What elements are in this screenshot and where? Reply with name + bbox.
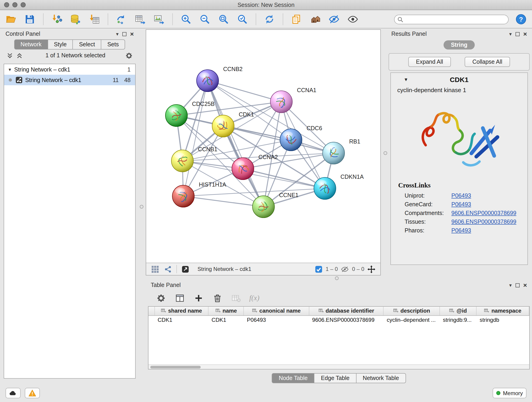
network-overview-icon[interactable] [164,265,172,274]
splitter-handle[interactable] [335,276,339,280]
zoom-out-button[interactable] [198,13,211,26]
table-cell[interactable]: cyclin–dependent ... [384,315,440,324]
expand-all-icon[interactable] [6,52,13,59]
expand-all-button[interactable]: Expand All [408,57,451,67]
copy-documents-button[interactable] [290,13,303,26]
clone-network-button[interactable] [115,13,128,26]
tree-row-network[interactable]: String Network – cdk1 11 48 [4,75,135,85]
table-options-button[interactable] [155,293,166,303]
close-panel-icon[interactable]: × [130,32,134,36]
memory-button[interactable]: Memory [492,388,526,398]
network-node-CDC6[interactable] [280,129,302,151]
splitter-handle[interactable] [384,151,387,155]
hide-unhide-button[interactable] [328,13,341,26]
zoom-window-button[interactable] [21,2,26,7]
export-table-button[interactable] [134,13,147,26]
zoom-in-button[interactable] [180,13,192,26]
tab-sets[interactable]: Sets [101,39,125,50]
string-tab-badge[interactable]: String [443,40,475,50]
collapse-triangle-icon[interactable]: ▼ [404,77,408,82]
open-session-button[interactable] [5,13,17,26]
column-header[interactable]: namespace [476,307,529,315]
collapse-all-button[interactable]: Collapse All [465,57,510,67]
close-panel-icon[interactable]: × [523,32,527,36]
zoom-selected-button[interactable] [236,13,249,26]
disclosure-triangle-icon[interactable]: ▼ [8,67,14,72]
warnings-button[interactable] [25,388,40,398]
table-cell[interactable]: stringdb [476,315,529,324]
tab-edge-table[interactable]: Edge Table [315,373,356,383]
network-node-CDK1[interactable] [212,115,234,137]
close-window-button[interactable] [4,2,9,7]
pan-mode-icon[interactable] [367,265,376,274]
tab-network-table[interactable]: Network Table [356,373,406,383]
hidden-items-eye-icon[interactable] [341,265,349,274]
crosslink-link[interactable]: P06493 [451,227,471,234]
network-node-CCNE1[interactable] [253,196,274,218]
create-column-button[interactable] [193,293,204,303]
network-options-gear-icon[interactable] [125,51,133,59]
save-session-button[interactable] [23,13,36,26]
help-button[interactable]: ? [515,13,527,26]
splitter-handle[interactable] [140,205,143,209]
import-network-database-button[interactable] [69,13,82,26]
show-button[interactable] [346,13,359,26]
float-panel-icon[interactable] [122,32,127,36]
network-node-CCNA1[interactable] [270,91,292,113]
tab-node-table[interactable]: Node Table [272,373,315,383]
selected-nodes-checkbox-icon[interactable] [314,265,323,274]
table-cell[interactable]: 9606.ENSP00000378699 [309,315,384,324]
toolbar-separator [43,13,44,25]
column-header[interactable]: database identifier [309,307,384,315]
protein-header-row[interactable]: ▼ CDK1 [391,73,527,86]
collapse-all-icon[interactable] [16,52,23,59]
import-table-button[interactable] [88,13,101,26]
tree-row-collection[interactable]: ▼ String Network – cdk1 1 [4,64,135,75]
crosslink-link[interactable]: P06493 [451,201,471,207]
minimize-window-button[interactable] [12,2,17,7]
horizontal-scrollbar[interactable] [148,364,529,369]
table-cell[interactable]: CDK1 [208,315,244,324]
network-node-CCNB2[interactable] [196,70,219,92]
cloud-status-button[interactable] [6,388,21,398]
network-node-CCNB1[interactable] [171,150,193,172]
float-panel-icon[interactable] [515,32,520,36]
tab-style[interactable]: Style [48,39,73,50]
crosslink-link[interactable]: 9606.ENSP00000378699 [451,218,516,225]
crosslink-link[interactable]: 9606.ENSP00000378699 [451,210,516,216]
column-header[interactable]: name [208,307,244,315]
string-home-button[interactable] [309,13,322,26]
panel-menu-icon[interactable]: ▾ [509,31,512,37]
table-row[interactable]: CDK1CDK1P064939606.ENSP00000378699cyclin… [148,315,529,324]
zoom-fit-button[interactable] [217,13,230,26]
scrollbar-thumb[interactable] [150,366,201,368]
network-canvas[interactable]: CCNB2CCNA1CDC25BCDK1CDC6RB1CCNB1CCNA2CDK… [146,30,380,263]
column-header[interactable]: canonical name [244,307,309,315]
close-panel-icon[interactable]: × [523,283,527,287]
panel-menu-icon[interactable]: ▾ [116,31,119,37]
apply-layout-button[interactable] [263,13,276,26]
delete-column-button[interactable] [212,293,223,303]
birds-eye-grid-icon[interactable] [151,265,159,274]
show-columns-button[interactable] [174,293,185,303]
import-network-file-button[interactable] [51,13,63,26]
network-node-CCNA2[interactable] [232,158,254,180]
table-cell[interactable]: stringdb:9... [440,315,476,324]
column-header[interactable]: description [384,307,440,315]
column-header[interactable]: @id [440,307,476,315]
export-image-button[interactable] [152,13,165,26]
table-cell[interactable]: P06493 [244,315,309,324]
tab-select[interactable]: Select [73,39,101,50]
annotation-mode-icon[interactable] [181,265,190,274]
float-panel-icon[interactable] [515,283,520,287]
crosslink-link[interactable]: P06493 [451,192,471,199]
network-node-CDKN1A[interactable] [314,177,336,199]
tab-network[interactable]: Network [14,39,48,50]
panel-menu-icon[interactable]: ▾ [509,282,512,288]
network-node-CDC25B[interactable] [165,104,187,127]
network-node-HIST1H1A[interactable] [172,185,194,207]
column-header[interactable]: shared name [154,307,208,315]
table-cell[interactable]: CDK1 [154,315,208,324]
search-input[interactable] [394,14,509,24]
network-node-RB1[interactable] [323,142,345,164]
